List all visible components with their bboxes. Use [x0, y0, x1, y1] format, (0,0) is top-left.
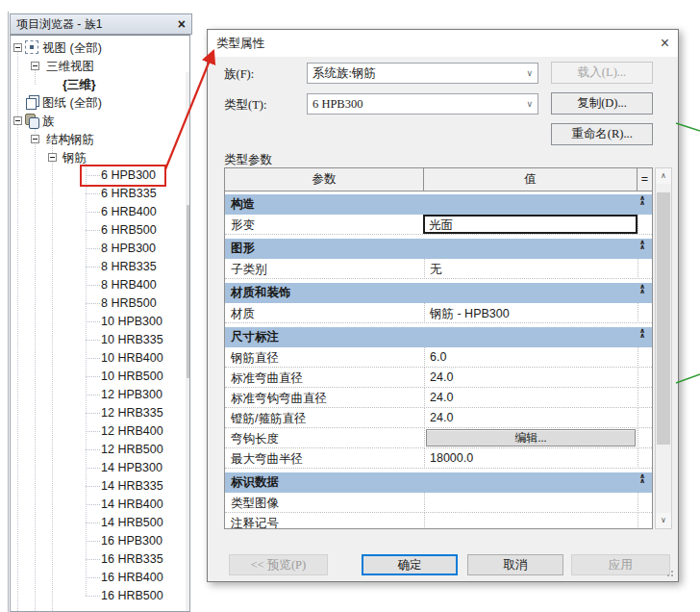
param-value[interactable]: 无 [430, 262, 442, 278]
tree-expand-icon[interactable] [48, 153, 57, 162]
family-icon [25, 114, 38, 127]
tree-connector [86, 486, 100, 487]
tree-expand-icon[interactable] [13, 116, 22, 125]
tree-item-label: 8 HRB500 [101, 296, 157, 310]
project-browser-titlebar[interactable]: 项目浏览器 - 族1 × [10, 13, 192, 35]
tree-connector [86, 504, 100, 505]
tree-item-label: 族 [42, 114, 55, 130]
collapse-section-icon[interactable]: ∧ ∧ [635, 196, 650, 205]
project-browser-close-icon[interactable]: × [178, 17, 186, 31]
tree-item[interactable]: 6 HRB500 [11, 221, 176, 240]
tree-item[interactable]: 12 HRB335 [11, 404, 176, 422]
tree-item[interactable]: 10 HRB400 [11, 349, 176, 368]
tree-item[interactable]: 10 HRB335 [11, 331, 176, 349]
tree-connector [86, 321, 100, 322]
param-row: 子类别无 [225, 259, 652, 279]
tree-item[interactable]: 8 HRB500 [11, 294, 176, 313]
tree-item[interactable]: 6 HRB400 [11, 203, 176, 221]
tree-item-label: 14 HPB300 [101, 461, 162, 474]
tree-item[interactable]: 8 HRB335 [11, 258, 176, 276]
section-header[interactable]: 图形∧ ∧ [225, 239, 652, 259]
tree-item[interactable]: 10 HPB300 [11, 313, 176, 331]
tree-scrollbar-thumb[interactable] [187, 205, 190, 378]
section-header[interactable]: 尺寸标注∧ ∧ [225, 327, 652, 347]
dialog-titlebar[interactable]: 类型属性 × [208, 30, 678, 57]
tree-item[interactable]: 14 HPB300 [11, 459, 176, 477]
scroll-up-icon[interactable]: ∧ [656, 168, 671, 184]
duplicate-button[interactable]: 复制(D)... [551, 92, 653, 115]
tree-item-label: 6 HRB500 [101, 223, 157, 237]
param-value-focused[interactable]: 光面 [423, 215, 638, 234]
param-column-header[interactable]: 参数 [225, 168, 424, 191]
tree-item[interactable]: 16 HRB335 [11, 550, 176, 569]
cancel-button[interactable]: 取消 [467, 554, 563, 575]
param-value[interactable]: 24.0 [430, 391, 453, 404]
value-column-header[interactable]: 值 [424, 168, 638, 191]
collapse-section-icon[interactable]: ∧ ∧ [635, 241, 650, 249]
param-value[interactable]: 钢筋 - HPB300 [430, 306, 510, 322]
tree-item-label: 8 HRB335 [101, 260, 157, 273]
tree-item-label: 16 HPB300 [101, 534, 162, 548]
param-row: 钢筋直径6.0 [225, 347, 652, 368]
tree-scrollbar[interactable]: ∧ ∨ [186, 72, 190, 612]
tree-item[interactable]: 结构钢筋 [11, 130, 176, 148]
equals-column-header: = [638, 168, 652, 191]
tree-item[interactable]: 视图 (全部) [11, 38, 176, 57]
tree-item[interactable]: 16 HRB500 [11, 587, 176, 605]
tree-item[interactable]: 6 HPB300 [11, 166, 176, 185]
collapse-section-icon[interactable]: ∧ ∧ [635, 285, 650, 293]
tree-item[interactable]: {三维} [11, 75, 176, 93]
tree-item-label: 14 HRB500 [101, 516, 163, 529]
param-value[interactable]: 6.0 [430, 350, 446, 364]
tree-connector [86, 193, 100, 194]
section-header[interactable]: 构造∧ ∧ [225, 194, 652, 215]
tree-item[interactable]: 14 HRB335 [11, 477, 176, 496]
tree-item[interactable]: 16 HRB400 [11, 569, 176, 587]
param-name: 弯钩长度 [231, 431, 279, 447]
tree-item[interactable]: 钢筋 [11, 148, 176, 166]
section-header[interactable]: 材质和装饰∧ ∧ [225, 283, 652, 303]
tree-item[interactable]: 14 HRB400 [11, 496, 176, 514]
tree-item[interactable]: 10 HRB500 [11, 368, 176, 386]
collapse-section-icon[interactable]: ∧ ∧ [635, 474, 650, 483]
tree-item[interactable]: 族 [11, 112, 176, 130]
tree-item[interactable]: 8 HPB300 [11, 240, 176, 258]
param-value[interactable]: 24.0 [430, 411, 453, 424]
tree-item[interactable]: 12 HRB500 [11, 441, 176, 459]
table-scrollbar-thumb[interactable] [657, 192, 670, 445]
tree-item[interactable]: 8 HRB400 [11, 276, 176, 294]
table-scrollbar[interactable]: ∧ ∨ [655, 167, 672, 529]
section-header[interactable]: 标识数据∧ ∧ [225, 472, 652, 493]
column-divider [424, 493, 425, 513]
param-row: 材质钢筋 - HPB300 [225, 303, 652, 323]
param-value[interactable]: 24.0 [430, 370, 453, 384]
sheets-icon [25, 95, 38, 109]
tree-item-label: 6 HPB300 [101, 168, 156, 182]
collapse-section-icon[interactable]: ∧ ∧ [635, 329, 650, 338]
tree-expand-icon[interactable] [31, 135, 39, 143]
tree-connector [86, 449, 100, 450]
resize-grip[interactable] [665, 569, 674, 577]
scroll-down-icon[interactable]: ∨ [656, 513, 671, 528]
tree-item[interactable]: 三维视图 [11, 57, 176, 75]
rename-button[interactable]: 重命名(R)... [551, 123, 653, 145]
tree-item-label: 12 HRB500 [101, 443, 163, 456]
family-dropdown[interactable]: 系统族:钢筋 ∨ [307, 63, 538, 84]
param-value[interactable]: 18000.0 [430, 451, 473, 465]
tree-item[interactable]: 6 HRB335 [11, 185, 176, 203]
tree-expand-icon[interactable] [13, 43, 22, 52]
tree-item[interactable]: 12 HPB300 [11, 386, 176, 404]
dialog-close-icon[interactable]: × [661, 36, 669, 51]
type-dropdown[interactable]: 6 HPB300 ∨ [307, 93, 538, 115]
tree-item[interactable]: 16 HPB300 [11, 532, 176, 550]
project-browser-tree[interactable]: 视图 (全部)三维视图{三维}图纸 (全部)族结构钢筋钢筋6 HPB3006 H… [10, 35, 190, 612]
tree-connector [86, 175, 100, 176]
ok-button[interactable]: 确定 [362, 554, 458, 575]
edit-button[interactable]: 编辑... [426, 429, 636, 446]
scroll-up-icon[interactable]: ∧ [186, 72, 190, 87]
tree-item[interactable]: 12 HRB400 [11, 422, 176, 441]
tree-item[interactable]: 图纸 (全部) [11, 93, 176, 112]
tree-item-label: 6 HRB335 [101, 187, 157, 200]
tree-item[interactable]: 14 HRB500 [11, 514, 176, 532]
tree-expand-icon[interactable] [31, 62, 39, 70]
